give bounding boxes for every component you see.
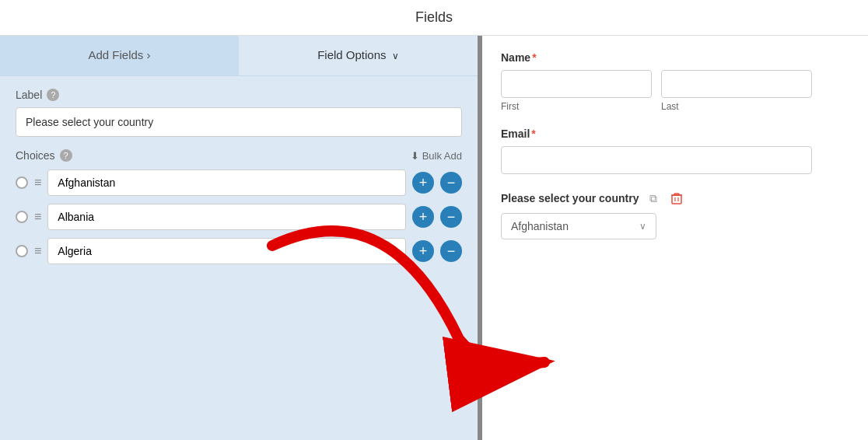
label-section: Label ? <box>16 89 462 137</box>
tab-bar: Add Fields › Field Options ∨ <box>0 36 478 76</box>
last-name-label: Last <box>661 101 812 112</box>
choice-input-1[interactable] <box>47 169 406 196</box>
left-panel: Add Fields › Field Options ∨ Label ? Ch <box>0 36 482 440</box>
email-input[interactable] <box>501 146 812 174</box>
choice-remove-button-3[interactable]: − <box>440 240 462 262</box>
choice-add-button-2[interactable]: + <box>412 206 434 228</box>
choices-help-icon[interactable]: ? <box>60 149 72 162</box>
svg-rect-0 <box>672 195 681 204</box>
choices-label: Choices ? <box>16 149 72 162</box>
tab-field-options[interactable]: Field Options ∨ <box>239 36 478 75</box>
choice-input-2[interactable] <box>47 204 406 230</box>
name-fields: First Last <box>501 70 812 112</box>
right-panel: Name* First Last Email* <box>482 36 868 440</box>
bulk-add-button[interactable]: ⬇ Bulk Add <box>411 150 462 162</box>
choices-section: Choices ? ⬇ Bulk Add ≡ + − ≡ <box>16 149 462 264</box>
email-field-label: Email* <box>501 127 812 140</box>
country-dropdown-value: Afghanistan <box>511 220 639 232</box>
name-field-label: Name* <box>501 51 812 64</box>
country-field-group: Please select your country ⧉ Afghanista <box>501 190 812 239</box>
choice-radio-2[interactable] <box>16 211 28 223</box>
choice-radio-3[interactable] <box>16 245 28 257</box>
choice-drag-3[interactable]: ≡ <box>34 244 41 258</box>
name-field-group: Name* First Last <box>501 51 812 112</box>
page-title: Fields <box>0 0 868 36</box>
first-name-input[interactable] <box>501 70 652 98</box>
trash-icon[interactable] <box>668 190 685 207</box>
choice-remove-button-2[interactable]: − <box>440 206 462 228</box>
choice-row-2: ≡ + − <box>16 204 462 230</box>
choice-remove-button-1[interactable]: − <box>440 172 462 194</box>
choice-drag-2[interactable]: ≡ <box>34 210 41 224</box>
chevron-down-icon: ∨ <box>639 221 646 232</box>
choice-add-button-3[interactable]: + <box>412 240 434 262</box>
choice-radio-1[interactable] <box>16 176 28 189</box>
copy-icon[interactable]: ⧉ <box>645 190 662 207</box>
last-name-input[interactable] <box>661 70 812 98</box>
country-dropdown[interactable]: Afghanistan ∨ <box>501 213 656 239</box>
choice-add-button-1[interactable]: + <box>412 172 434 194</box>
choice-drag-1[interactable]: ≡ <box>34 176 41 190</box>
first-name-label: First <box>501 101 652 112</box>
email-field-group: Email* <box>501 127 812 174</box>
country-field-label: Please select your country <box>501 192 639 204</box>
last-name-wrap: Last <box>661 70 812 112</box>
label-help-icon[interactable]: ? <box>47 89 59 101</box>
form-preview: Name* First Last Email* <box>501 51 812 239</box>
first-name-wrap: First <box>501 70 652 112</box>
label-input[interactable] <box>16 107 462 137</box>
choice-row-3: ≡ + − <box>16 238 462 264</box>
choice-row-1: ≡ + − <box>16 169 462 196</box>
tab-add-fields[interactable]: Add Fields › <box>0 36 239 75</box>
choice-input-3[interactable] <box>47 238 406 264</box>
choices-header: Choices ? ⬇ Bulk Add <box>16 149 462 162</box>
label-field-label: Label ? <box>16 89 462 101</box>
field-options-content: Label ? Choices ? ⬇ Bulk Add ≡ <box>0 76 478 440</box>
country-label-row: Please select your country ⧉ <box>501 190 812 207</box>
